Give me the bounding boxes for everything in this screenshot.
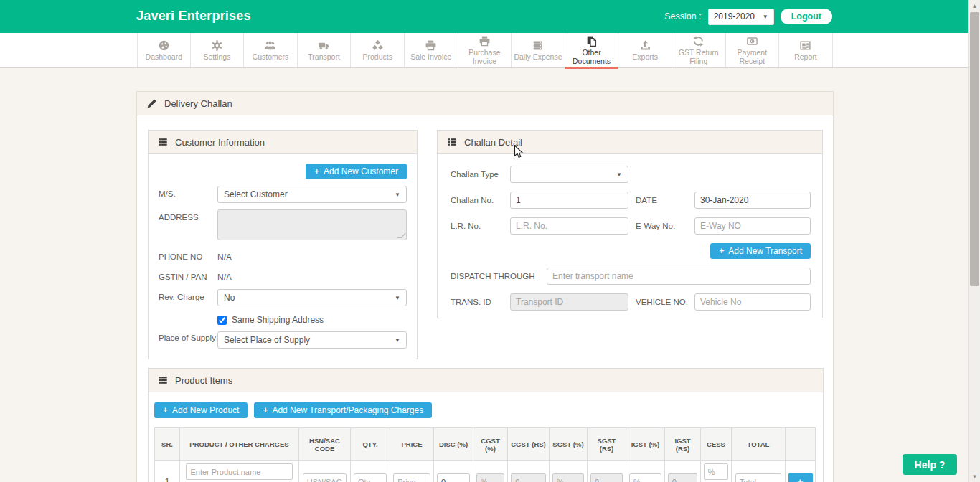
nav-item-gst-return-filing[interactable]: GST Return Filing — [672, 33, 726, 67]
scrollbar-down-icon[interactable]: ▼ — [969, 471, 980, 482]
column-header: PRICE — [390, 428, 434, 461]
customer-information-panel: Customer Information + Add New Customer … — [148, 130, 418, 359]
ms-label: M/S. — [159, 186, 217, 198]
challan-no-input[interactable] — [510, 192, 628, 209]
chevron-down-icon: ▼ — [395, 337, 400, 344]
nav-item-label: Transport — [308, 53, 340, 61]
nav-item-settings[interactable]: Settings — [191, 33, 245, 67]
price-input[interactable] — [393, 473, 430, 482]
cgst-rs-input — [511, 473, 546, 482]
challan-no-label: Challan No. — [451, 196, 510, 204]
list-icon — [158, 375, 168, 385]
same-shipping-label: Same Shipping Address — [232, 315, 324, 325]
hsn-sac-input[interactable] — [303, 473, 347, 482]
place-of-supply-select[interactable]: Select Place of Supply▼ — [217, 331, 407, 349]
nav-item-report[interactable]: Report — [779, 33, 833, 67]
date-label: DATE — [628, 196, 694, 204]
nav-item-sale-invoice[interactable]: Sale Invoice — [405, 33, 458, 67]
address-textarea[interactable] — [217, 209, 407, 240]
place-of-supply-label: Place of Supply — [159, 331, 217, 344]
qty-input[interactable] — [354, 473, 387, 482]
column-header: IGST (%) — [626, 428, 665, 461]
igst-rs-input — [668, 473, 697, 482]
sale-invoice-printer-icon — [425, 39, 437, 52]
phone-label: PHONE NO — [159, 249, 217, 261]
add-row-button[interactable]: + — [788, 473, 813, 482]
scrollbar-up-icon[interactable]: ▲ — [969, 0, 980, 11]
help-button[interactable]: Help ? — [903, 454, 957, 475]
dashboard-icon — [158, 39, 170, 52]
product-items-title: Product Items — [175, 375, 232, 386]
table-row: 1 — [155, 461, 816, 482]
nav-item-other-documents[interactable]: Other Documents — [565, 33, 619, 67]
row-sr: 1 — [155, 461, 180, 482]
cess-pct-input[interactable] — [704, 463, 729, 480]
app-title: Javeri Enterprises — [136, 9, 251, 24]
rev-charge-select[interactable]: No▼ — [217, 289, 407, 306]
add-transport-packaging-charges-button[interactable]: + Add New Transport/Packaging Charges — [254, 402, 432, 418]
documents-icon — [585, 35, 598, 47]
pencil-icon — [146, 98, 157, 109]
date-input[interactable] — [694, 192, 811, 209]
customers-icon — [264, 39, 276, 52]
challan-type-select[interactable]: ▼ — [510, 166, 628, 183]
column-header: DISC (%) — [434, 428, 473, 461]
vehicle-no-label: VEHICLE NO. — [628, 298, 694, 306]
nav-item-purchase-invoice[interactable]: Purchase Invoice — [458, 33, 512, 67]
disc-input[interactable] — [437, 473, 470, 482]
chevron-down-icon: ▼ — [616, 171, 622, 178]
nav-item-label: GST Return Filing — [672, 49, 725, 65]
same-shipping-checkbox[interactable] — [217, 316, 227, 325]
plus-icon: + — [314, 166, 319, 176]
plus-icon: + — [719, 246, 724, 256]
add-new-customer-button[interactable]: + Add New Customer — [306, 164, 407, 179]
scrollbar-thumb[interactable] — [970, 12, 979, 286]
customer-panel-title: Customer Information — [175, 137, 265, 148]
cgst-pct-input — [476, 473, 505, 482]
nav-item-label: Sale Invoice — [410, 53, 451, 61]
lr-no-input[interactable] — [510, 217, 628, 235]
customer-select[interactable]: Select Customer▼ — [217, 186, 407, 203]
nav-item-label: Dashboard — [146, 53, 182, 61]
dispatch-through-label: DISPATCH THROUGH — [451, 272, 547, 280]
gstin-label: GSTIN / PAN — [159, 269, 217, 281]
nav-item-daily-expense[interactable]: Daily Expense — [512, 33, 565, 67]
exports-icon — [639, 39, 651, 52]
chevron-down-icon: ▼ — [395, 295, 400, 301]
igst-pct-input[interactable] — [629, 473, 661, 482]
eway-no-label: E-Way No. — [628, 222, 694, 230]
settings-icon — [211, 39, 223, 52]
session-label: Session : — [664, 11, 701, 22]
nav-item-transport[interactable]: Transport — [298, 33, 352, 67]
challan-panel-title: Challan Detail — [464, 137, 522, 148]
sgst-pct-input — [552, 473, 584, 482]
logout-button[interactable]: Logout — [781, 9, 832, 24]
nav-item-products[interactable]: Products — [351, 33, 405, 67]
column-header: CGST (%) — [473, 428, 508, 461]
vehicle-no-input[interactable] — [694, 293, 811, 311]
column-header: TOTAL — [732, 428, 786, 461]
nav-item-customers[interactable]: Customers — [244, 33, 298, 67]
page-title: Delivery Challan — [164, 98, 232, 109]
nav-item-payment-receipt[interactable]: Payment Receipt — [726, 33, 780, 67]
nav-item-dashboard[interactable]: Dashboard — [137, 33, 191, 67]
rev-charge-label: Rev. Charge — [159, 289, 217, 301]
total-input[interactable] — [735, 473, 781, 482]
list-icon — [447, 137, 457, 147]
add-new-transport-button[interactable]: + Add New Transport — [710, 243, 811, 259]
vertical-scrollbar[interactable]: ▲ ▼ — [968, 0, 980, 482]
nav-item-label: Payment Receipt — [726, 49, 779, 65]
add-new-product-button[interactable]: + Add New Product — [154, 402, 248, 418]
gstin-value: N/A — [217, 269, 232, 283]
eway-no-input[interactable] — [694, 217, 811, 235]
nav-item-exports[interactable]: Exports — [618, 33, 672, 67]
plus-icon: + — [263, 405, 268, 415]
product-items-panel: Product Items + Add New Product + Add Ne… — [148, 368, 824, 482]
nav-item-label: Settings — [203, 53, 230, 61]
dispatch-through-input[interactable] — [547, 268, 811, 285]
session-select[interactable]: 2019-2020 ▼ — [708, 9, 774, 25]
product-items-table: SR.PRODUCT / OTHER CHARGESHSN/SAC CODEQT… — [154, 427, 816, 482]
daily-expense-icon — [532, 39, 544, 52]
products-icon — [372, 39, 384, 52]
product-name-input[interactable] — [186, 463, 292, 480]
